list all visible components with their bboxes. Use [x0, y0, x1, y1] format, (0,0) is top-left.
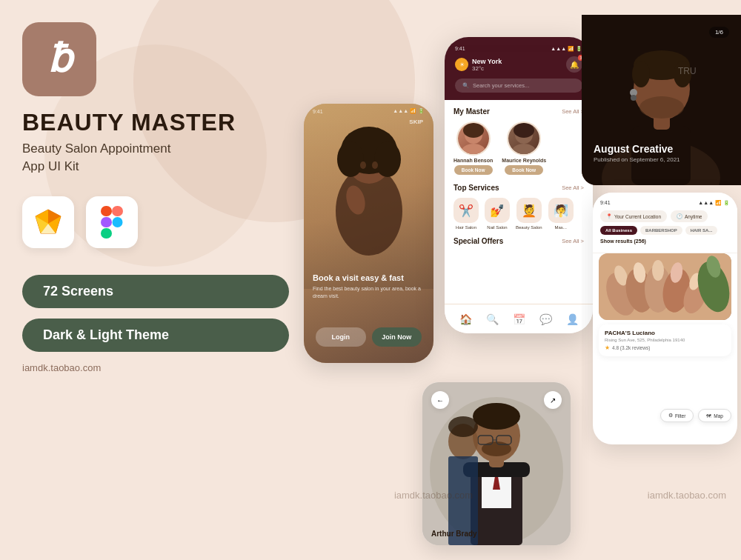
- stars-icon: ★: [605, 344, 610, 351]
- svg-point-16: [360, 161, 366, 169]
- photo-counter: 1/6: [709, 27, 729, 38]
- main-phone-body: My Master See All > Hannah Ben: [445, 100, 593, 300]
- service-more: 🧖 Mas...: [548, 198, 574, 230]
- svg-point-14: [337, 141, 364, 177]
- svg-point-59: [482, 441, 511, 456]
- special-offers-header: Special Offers See All >: [453, 237, 584, 245]
- phone-splash: 9:41 ▲▲▲ 📶 🔋 SKIP: [304, 104, 433, 363]
- app-icon: ƀ: [22, 22, 96, 96]
- sketch-icon-box: [22, 196, 74, 248]
- sun-icon: ☀: [455, 58, 468, 71]
- bell-icon[interactable]: 🔔 3: [566, 56, 582, 73]
- salon-info-card: PACHA'S Luciano Rising Sun Ave, 525, Phi…: [599, 324, 731, 356]
- svg-rect-10: [101, 228, 112, 239]
- svg-point-23: [512, 144, 536, 154]
- nav-home-icon[interactable]: 🏠: [459, 313, 472, 325]
- services-row: ✂️ Hair Salon 💅 Nail Salon 💆 Beauty Salo…: [453, 198, 584, 230]
- map-icon: 🗺: [706, 413, 711, 419]
- master-card-2: Maurice Reynolds Book Now: [502, 121, 546, 175]
- tab-all-business[interactable]: All Business: [600, 226, 637, 235]
- app-title: BEAUTY MASTER: [22, 110, 289, 136]
- svg-rect-8: [101, 217, 112, 227]
- svg-point-43: [652, 260, 664, 281]
- bottom-nav: 🏠 🔍 📅 💬 👤: [445, 304, 593, 333]
- svg-point-64: [448, 416, 478, 437]
- location-row: ☀ New York 32°c 🔔 3: [455, 56, 582, 73]
- photo-card-top: TRU 1/6 August Creative Published on Sep…: [582, 15, 741, 185]
- search-location-pill[interactable]: 📍 Your Current Location: [600, 210, 667, 222]
- more-icon: 🧖: [548, 198, 574, 223]
- svg-point-31: [632, 61, 650, 87]
- my-master-header: My Master See All >: [453, 107, 584, 116]
- main-phone-header: 9:41 ▲▲▲ 📶 🔋 ☀ New York 32°c 🔔 3 🔍: [445, 37, 593, 100]
- salon-rating: ★ 4.8 (3.2k reviews): [605, 344, 725, 351]
- master-card-1: Hannah Benson Book Now: [453, 121, 493, 175]
- nav-chat-icon[interactable]: 💬: [539, 313, 552, 325]
- filter-icon: ⚙: [668, 413, 673, 419]
- service-hair: ✂️ Hair Salon: [453, 198, 479, 230]
- service-nail: 💅 Nail Salon: [485, 198, 510, 230]
- splash-text: Book a visit easy & fast Find the best b…: [313, 273, 425, 300]
- app-subtitle: Beauty Salon Appointment App UI Kit: [22, 140, 289, 176]
- location-icon: 📍: [606, 213, 612, 219]
- phones-right: TRU 1/6 August Creative Published on Sep…: [582, 15, 741, 560]
- phone-main: 9:41 ▲▲▲ 📶 🔋 ☀ New York 32°c 🔔 3 🔍: [445, 37, 593, 333]
- svg-text:TRU: TRU: [678, 66, 697, 76]
- master-info-bar: Arthur Brady: [431, 530, 562, 538]
- nav-user-icon[interactable]: 👤: [566, 313, 579, 325]
- figma-icon-box: [86, 196, 138, 248]
- svg-point-20: [462, 144, 485, 154]
- status-bar: 9:41 ▲▲▲ 📶 🔋: [455, 46, 582, 52]
- share-button[interactable]: ↗: [544, 391, 562, 409]
- phone-search-small: 9:41 ▲▲▲ 📶 🔋 📍 Your Current Location 🕐 A…: [593, 193, 737, 444]
- tab-barbershop[interactable]: BARBERSHOP: [640, 226, 682, 235]
- svg-point-24: [514, 123, 534, 138]
- app-icon-letter: ƀ: [47, 40, 72, 79]
- back-button[interactable]: ←: [431, 391, 449, 409]
- figma-icon: [101, 206, 123, 239]
- svg-point-15: [374, 141, 401, 177]
- svg-point-58: [473, 403, 520, 430]
- book-btn-1[interactable]: Book Now: [454, 165, 493, 175]
- filter-bar: ⚙ Filter 🗺 Map: [599, 409, 731, 422]
- search-location-row: 📍 Your Current Location 🕐 Anytime: [600, 210, 730, 222]
- screens-badge: 72 Screens: [22, 275, 289, 308]
- master-avatar-1: [456, 121, 491, 156]
- join-button[interactable]: Join Now: [372, 327, 422, 347]
- svg-point-21: [463, 123, 484, 138]
- results-count: Show results (256): [600, 239, 730, 244]
- search-filter-tabs: All Business BARBERSHOP HAIR SA...: [600, 226, 730, 235]
- search-icon: 🔍: [462, 82, 469, 89]
- main-search-bar[interactable]: 🔍 Search your services...: [455, 79, 582, 93]
- left-panel: ƀ BEAUTY MASTER Beauty Salon Appointment…: [22, 22, 289, 373]
- phones-area: 9:41 ▲▲▲ 📶 🔋 SKIP: [289, 15, 741, 560]
- map-chip[interactable]: 🗺 Map: [698, 409, 731, 422]
- splash-time-bar: 9:41 ▲▲▲ 📶 🔋: [313, 108, 425, 114]
- splash-buttons: Login Join Now: [316, 327, 422, 347]
- master-avatar-2: [507, 121, 541, 156]
- photo-overlay-text: August Creative Published on September 6…: [594, 143, 729, 163]
- tab-hair-salon[interactable]: HAIR SA...: [685, 226, 718, 235]
- svg-point-9: [113, 217, 123, 227]
- filter-chip[interactable]: ⚙ Filter: [660, 409, 694, 422]
- sketch-icon: [33, 207, 63, 237]
- svg-rect-6: [101, 206, 112, 216]
- login-button[interactable]: Login: [316, 327, 366, 347]
- nav-calendar-icon[interactable]: 📅: [513, 313, 525, 325]
- theme-badge: Dark & Light Theme: [22, 319, 289, 352]
- svg-point-17: [372, 161, 378, 169]
- svg-rect-7: [112, 206, 123, 216]
- beauty-icon: 💆: [516, 198, 542, 223]
- phone-bottom-master: ← ↗ Arthur Brady: [422, 382, 571, 545]
- nav-search-icon[interactable]: 🔍: [486, 313, 499, 325]
- hair-icon: ✂️: [453, 198, 479, 223]
- woman-figure: [304, 119, 433, 289]
- masters-row: Hannah Benson Book Now Maurice Re: [453, 121, 584, 175]
- service-beauty: 💆 Beauty Salon: [516, 198, 542, 230]
- nails-visual: [599, 253, 731, 320]
- search-anytime-pill[interactable]: 🕐 Anytime: [671, 210, 708, 222]
- woman-silhouette: [317, 122, 421, 285]
- top-services-header: Top Services See All >: [453, 184, 584, 192]
- book-btn-2[interactable]: Book Now: [505, 165, 543, 175]
- title-area: BEAUTY MASTER Beauty Salon Appointment A…: [22, 110, 289, 176]
